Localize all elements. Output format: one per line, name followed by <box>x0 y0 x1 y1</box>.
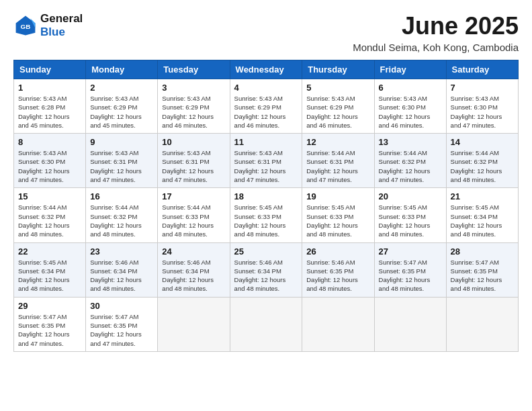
calendar-cell: 23Sunrise: 5:46 AM Sunset: 6:34 PM Dayli… <box>86 242 158 297</box>
subtitle: Mondul Seima, Koh Kong, Cambodia <box>353 42 519 53</box>
weekday-header: Thursday <box>302 60 374 79</box>
day-number: 23 <box>90 246 153 257</box>
calendar-cell: 30Sunrise: 5:47 AM Sunset: 6:35 PM Dayli… <box>86 297 158 351</box>
day-number: 12 <box>306 137 369 147</box>
day-info: Sunrise: 5:43 AM Sunset: 6:30 PM Dayligh… <box>18 148 81 184</box>
day-number: 3 <box>162 83 225 93</box>
calendar-cell <box>302 297 374 351</box>
day-info: Sunrise: 5:43 AM Sunset: 6:30 PM Dayligh… <box>451 94 514 130</box>
calendar-cell: 21Sunrise: 5:45 AM Sunset: 6:34 PM Dayli… <box>446 188 518 242</box>
calendar-cell <box>446 297 518 351</box>
day-number: 19 <box>306 191 369 201</box>
day-number: 25 <box>234 246 298 257</box>
day-info: Sunrise: 5:43 AM Sunset: 6:29 PM Dayligh… <box>234 94 298 130</box>
day-number: 8 <box>18 137 81 147</box>
logo-line2: Blue <box>40 26 83 39</box>
day-info: Sunrise: 5:45 AM Sunset: 6:33 PM Dayligh… <box>306 203 369 238</box>
day-info: Sunrise: 5:43 AM Sunset: 6:30 PM Dayligh… <box>379 94 442 130</box>
calendar-cell: 5Sunrise: 5:43 AM Sunset: 6:29 PM Daylig… <box>302 79 374 134</box>
day-number: 9 <box>90 137 153 147</box>
day-number: 5 <box>306 83 369 93</box>
weekday-header: Tuesday <box>158 60 230 79</box>
calendar-cell <box>374 297 446 351</box>
calendar-cell: 14Sunrise: 5:44 AM Sunset: 6:32 PM Dayli… <box>446 134 518 188</box>
day-info: Sunrise: 5:46 AM Sunset: 6:34 PM Dayligh… <box>90 258 153 293</box>
day-number: 29 <box>18 301 81 311</box>
calendar-cell: 15Sunrise: 5:44 AM Sunset: 6:32 PM Dayli… <box>14 188 86 242</box>
day-number: 30 <box>90 301 153 311</box>
day-info: Sunrise: 5:47 AM Sunset: 6:35 PM Dayligh… <box>379 258 442 293</box>
calendar-cell: 9Sunrise: 5:43 AM Sunset: 6:31 PM Daylig… <box>86 134 158 188</box>
day-info: Sunrise: 5:45 AM Sunset: 6:34 PM Dayligh… <box>18 258 81 293</box>
day-number: 11 <box>234 137 298 147</box>
day-number: 22 <box>18 246 81 257</box>
page: GB General Blue June 2025 Mondul Seima, … <box>0 0 532 359</box>
calendar-cell: 7Sunrise: 5:43 AM Sunset: 6:30 PM Daylig… <box>446 79 518 134</box>
day-info: Sunrise: 5:44 AM Sunset: 6:32 PM Dayligh… <box>451 148 514 184</box>
calendar-cell: 19Sunrise: 5:45 AM Sunset: 6:33 PM Dayli… <box>302 188 374 242</box>
day-number: 20 <box>379 191 442 201</box>
weekday-header: Saturday <box>446 60 518 79</box>
header: GB General Blue June 2025 Mondul Seima, … <box>13 12 519 53</box>
day-number: 13 <box>379 137 442 147</box>
day-info: Sunrise: 5:43 AM Sunset: 6:29 PM Dayligh… <box>90 94 153 130</box>
calendar-cell <box>230 297 302 351</box>
calendar-cell: 29Sunrise: 5:47 AM Sunset: 6:35 PM Dayli… <box>14 297 86 351</box>
calendar-cell: 13Sunrise: 5:44 AM Sunset: 6:32 PM Dayli… <box>374 134 446 188</box>
calendar-cell: 16Sunrise: 5:44 AM Sunset: 6:32 PM Dayli… <box>86 188 158 242</box>
calendar-cell: 11Sunrise: 5:43 AM Sunset: 6:31 PM Dayli… <box>230 134 302 188</box>
day-number: 7 <box>451 83 514 93</box>
day-info: Sunrise: 5:44 AM Sunset: 6:32 PM Dayligh… <box>379 148 442 184</box>
calendar-cell: 18Sunrise: 5:45 AM Sunset: 6:33 PM Dayli… <box>230 188 302 242</box>
weekday-header: Sunday <box>14 60 86 79</box>
day-number: 15 <box>18 191 81 201</box>
day-info: Sunrise: 5:45 AM Sunset: 6:33 PM Dayligh… <box>234 203 298 238</box>
weekday-header: Friday <box>374 60 446 79</box>
calendar-cell: 22Sunrise: 5:45 AM Sunset: 6:34 PM Dayli… <box>14 242 86 297</box>
day-info: Sunrise: 5:45 AM Sunset: 6:33 PM Dayligh… <box>379 203 442 238</box>
day-info: Sunrise: 5:43 AM Sunset: 6:31 PM Dayligh… <box>90 148 153 184</box>
weekday-header: Monday <box>86 60 158 79</box>
day-number: 4 <box>234 83 298 93</box>
day-number: 14 <box>451 137 514 147</box>
day-info: Sunrise: 5:44 AM Sunset: 6:32 PM Dayligh… <box>18 203 81 238</box>
day-number: 6 <box>379 83 442 93</box>
calendar-cell: 1Sunrise: 5:43 AM Sunset: 6:28 PM Daylig… <box>14 79 86 134</box>
day-info: Sunrise: 5:44 AM Sunset: 6:33 PM Dayligh… <box>162 203 225 238</box>
day-info: Sunrise: 5:44 AM Sunset: 6:32 PM Dayligh… <box>90 203 153 238</box>
day-info: Sunrise: 5:43 AM Sunset: 6:28 PM Dayligh… <box>18 94 81 130</box>
calendar-cell: 25Sunrise: 5:46 AM Sunset: 6:34 PM Dayli… <box>230 242 302 297</box>
calendar-cell <box>158 297 230 351</box>
day-info: Sunrise: 5:47 AM Sunset: 6:35 PM Dayligh… <box>18 312 81 348</box>
calendar-cell: 10Sunrise: 5:43 AM Sunset: 6:31 PM Dayli… <box>158 134 230 188</box>
calendar-cell: 3Sunrise: 5:43 AM Sunset: 6:29 PM Daylig… <box>158 79 230 134</box>
day-info: Sunrise: 5:45 AM Sunset: 6:34 PM Dayligh… <box>451 203 514 238</box>
calendar-cell: 12Sunrise: 5:44 AM Sunset: 6:31 PM Dayli… <box>302 134 374 188</box>
day-number: 21 <box>451 191 514 201</box>
day-info: Sunrise: 5:47 AM Sunset: 6:35 PM Dayligh… <box>90 312 153 348</box>
day-number: 27 <box>379 246 442 257</box>
day-number: 16 <box>90 191 153 201</box>
calendar-cell: 20Sunrise: 5:45 AM Sunset: 6:33 PM Dayli… <box>374 188 446 242</box>
weekday-header: Wednesday <box>230 60 302 79</box>
logo-icon: GB <box>13 13 38 38</box>
calendar-cell: 4Sunrise: 5:43 AM Sunset: 6:29 PM Daylig… <box>230 79 302 134</box>
title-area: June 2025 Mondul Seima, Koh Kong, Cambod… <box>353 12 519 53</box>
day-info: Sunrise: 5:43 AM Sunset: 6:31 PM Dayligh… <box>234 148 298 184</box>
day-number: 1 <box>18 83 81 93</box>
day-info: Sunrise: 5:44 AM Sunset: 6:31 PM Dayligh… <box>306 148 369 184</box>
calendar-cell: 28Sunrise: 5:47 AM Sunset: 6:35 PM Dayli… <box>446 242 518 297</box>
day-number: 26 <box>306 246 369 257</box>
day-number: 17 <box>162 191 225 201</box>
calendar-cell: 8Sunrise: 5:43 AM Sunset: 6:30 PM Daylig… <box>14 134 86 188</box>
calendar-cell: 2Sunrise: 5:43 AM Sunset: 6:29 PM Daylig… <box>86 79 158 134</box>
day-number: 18 <box>234 191 298 201</box>
day-number: 28 <box>451 246 514 257</box>
calendar-cell: 6Sunrise: 5:43 AM Sunset: 6:30 PM Daylig… <box>374 79 446 134</box>
day-info: Sunrise: 5:47 AM Sunset: 6:35 PM Dayligh… <box>451 258 514 293</box>
day-number: 10 <box>162 137 225 147</box>
calendar-cell: 17Sunrise: 5:44 AM Sunset: 6:33 PM Dayli… <box>158 188 230 242</box>
day-info: Sunrise: 5:43 AM Sunset: 6:31 PM Dayligh… <box>162 148 225 184</box>
day-info: Sunrise: 5:43 AM Sunset: 6:29 PM Dayligh… <box>162 94 225 130</box>
calendar-cell: 26Sunrise: 5:46 AM Sunset: 6:35 PM Dayli… <box>302 242 374 297</box>
